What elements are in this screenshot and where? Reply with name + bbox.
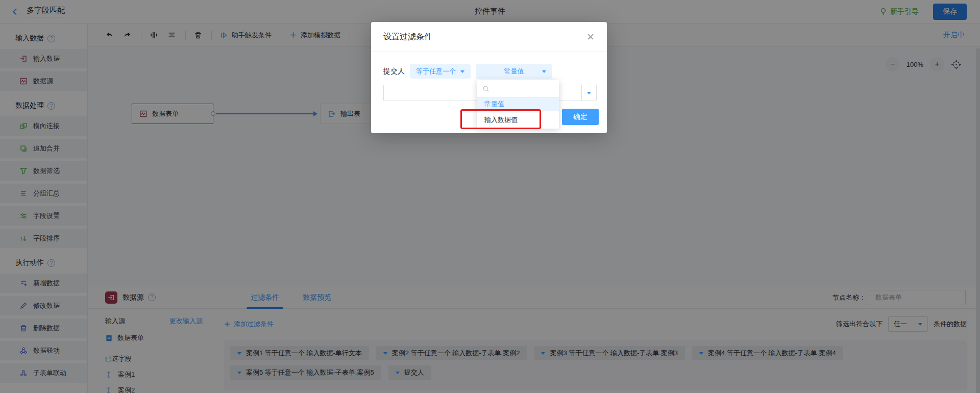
confirm-button[interactable]: 确定 [562, 109, 599, 125]
value-type-dropdown: 常量值 输入数据值 [477, 80, 559, 129]
modal-title: 设置过滤条件 [383, 32, 432, 42]
dropdown-search-row [477, 80, 559, 97]
close-icon[interactable]: ✕ [584, 30, 597, 44]
chevron-down-icon [587, 92, 591, 94]
set-filter-condition-modal: 设置过滤条件 ✕ 提交人 等于任意一个 常量值 确定 常量值 [371, 22, 607, 133]
operator-value: 等于任意一个 [416, 67, 456, 76]
operator-select[interactable]: 等于任意一个 [410, 64, 471, 79]
dropdown-search-input[interactable] [493, 85, 549, 92]
app-screen: 多字段匹配 控件事件 新手引导 保存 输入数据 ? 输入数据 数据源 数据处理 … [0, 0, 980, 393]
value-dropdown-toggle[interactable] [581, 85, 596, 101]
chevron-down-icon [542, 70, 546, 73]
dropdown-option-constant[interactable]: 常量值 [477, 97, 559, 111]
condition-row: 提交人 等于任意一个 常量值 [383, 64, 607, 79]
dropdown-option-input-data-value[interactable]: 输入数据值 [477, 111, 559, 129]
chevron-down-icon [460, 70, 464, 73]
value-type-select[interactable]: 常量值 [476, 64, 552, 79]
modal-header: 设置过滤条件 ✕ [371, 22, 607, 52]
search-icon [482, 85, 489, 92]
value-type-value: 常量值 [504, 67, 524, 76]
condition-field-label: 提交人 [383, 67, 405, 76]
